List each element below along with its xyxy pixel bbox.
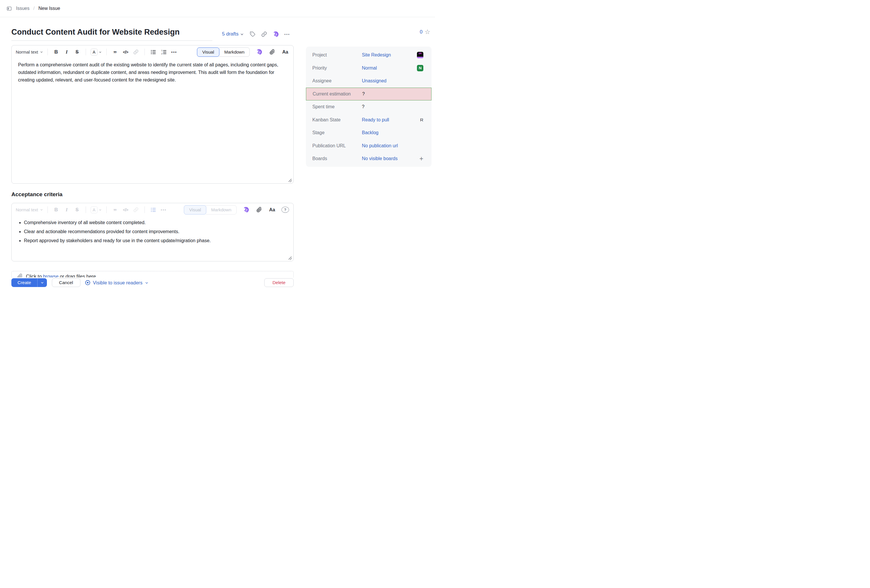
visibility-dropdown[interactable]: Visible to issue readers <box>85 278 149 287</box>
quote-button[interactable]: ” <box>111 207 119 216</box>
markdown-tab[interactable]: Markdown <box>218 48 250 57</box>
field-row-boards[interactable]: Boards No visible boards + <box>306 152 432 165</box>
bold-button[interactable]: B <box>52 205 60 214</box>
field-value[interactable]: Ready to pull <box>362 117 389 123</box>
strikethrough-button[interactable]: S <box>73 48 81 56</box>
bullet-list-button-active[interactable] <box>149 205 157 214</box>
visual-tab[interactable]: Visual <box>197 48 219 57</box>
tag-icon[interactable] <box>249 31 256 37</box>
acceptance-item[interactable]: Clear and actionable recommendations pro… <box>24 227 293 236</box>
field-value[interactable]: ? <box>362 91 365 97</box>
field-value[interactable]: Site Redesign <box>362 52 391 58</box>
toolbar-more-icon[interactable]: ••• <box>170 48 178 56</box>
insert-link-button[interactable] <box>132 205 140 214</box>
resize-handle[interactable] <box>288 256 292 260</box>
text-color-button[interactable]: A <box>91 206 102 213</box>
field-value[interactable]: ? <box>362 104 365 110</box>
delete-button[interactable]: Delete <box>264 278 294 287</box>
field-value[interactable]: Normal <box>362 65 377 71</box>
description-text[interactable]: Perform a comprehensive content audit of… <box>12 58 293 86</box>
field-row-kanban-state[interactable]: Kanban State Ready to pull R <box>306 114 432 127</box>
attachment-icon[interactable] <box>268 48 276 56</box>
sidebar-toggle-icon[interactable] <box>6 5 12 12</box>
toolbar-divider <box>86 206 86 213</box>
field-value[interactable]: Backlog <box>362 130 378 135</box>
toolbar-more-icon[interactable]: ••• <box>160 205 168 214</box>
ai-assistant-icon[interactable] <box>273 31 279 37</box>
breadcrumb-separator: / <box>33 6 34 11</box>
chevron-down-icon <box>240 32 244 36</box>
paragraph-style-select[interactable]: Normal text <box>15 207 44 212</box>
create-options-button[interactable] <box>37 278 47 287</box>
italic-button[interactable]: I <box>63 205 70 214</box>
field-row-stage[interactable]: Stage Backlog <box>306 126 432 140</box>
italic-button[interactable]: I <box>63 48 70 56</box>
link-icon[interactable] <box>261 31 267 37</box>
strikethrough-button[interactable]: S <box>73 205 81 214</box>
numbered-list-button[interactable]: 1 2 <box>160 48 168 56</box>
bold-button[interactable]: B <box>52 48 60 56</box>
field-row-priority[interactable]: Priority Normal N <box>306 62 432 75</box>
field-label: Spent time <box>312 104 362 110</box>
acceptance-editor: Normal text B I S A ” </> <box>11 203 294 261</box>
code-button[interactable]: </> <box>122 205 130 214</box>
text-color-label: A <box>91 49 98 56</box>
chevron-down-icon <box>40 208 43 211</box>
field-value[interactable]: No visible boards <box>362 156 398 161</box>
field-row-current-estimation-highlighted[interactable]: Current estimation ? <box>306 88 432 101</box>
field-label: Boards <box>312 156 362 161</box>
create-button[interactable]: Create <box>11 278 37 287</box>
text-size-button[interactable]: Aa <box>268 205 276 214</box>
field-value[interactable]: Unassigned <box>362 78 387 83</box>
field-label: Project <box>312 52 362 58</box>
more-actions-icon[interactable]: ••• <box>285 32 290 36</box>
code-button[interactable]: </> <box>122 48 130 56</box>
drafts-dropdown[interactable]: 5 drafts <box>222 31 244 37</box>
field-row-spent-time[interactable]: Spent time ? <box>306 100 432 114</box>
quote-button[interactable]: ” <box>111 49 119 58</box>
field-label: Kanban State <box>312 117 362 123</box>
breadcrumb-issues[interactable]: Issues <box>16 6 30 11</box>
project-avatar-initials: SR <box>417 52 423 55</box>
resize-handle[interactable] <box>288 178 292 182</box>
markdown-tab[interactable]: Markdown <box>204 205 237 215</box>
project-avatar: SR <box>417 52 423 58</box>
paragraph-style-select[interactable]: Normal text <box>15 49 44 55</box>
svg-text:2: 2 <box>161 52 162 55</box>
svg-text:1: 1 <box>161 49 162 52</box>
votes-widget: 0 ☆ <box>420 29 431 35</box>
field-value[interactable]: No publication url <box>362 143 398 148</box>
field-row-assignee[interactable]: Assignee Unassigned <box>306 74 432 88</box>
add-board-plus-icon[interactable]: + <box>420 156 423 162</box>
drafts-label: 5 drafts <box>222 31 238 37</box>
project-avatar-accent <box>417 57 423 58</box>
acceptance-item[interactable]: Comprehensive inventory of all website c… <box>24 218 293 227</box>
votes-count: 0 <box>420 29 423 35</box>
visibility-label: Visible to issue readers <box>93 280 143 285</box>
star-icon[interactable]: ☆ <box>425 29 431 35</box>
visibility-eye-icon <box>85 280 91 285</box>
ai-assistant-icon[interactable] <box>255 48 263 56</box>
field-row-project[interactable]: Project Site Redesign SR <box>306 49 432 62</box>
insert-link-button[interactable] <box>132 48 140 56</box>
issue-title-input[interactable]: Conduct Content Audit for Website Redesi… <box>11 28 212 41</box>
acceptance-item[interactable]: Report approved by stakeholders and read… <box>24 236 293 245</box>
toolbar-divider <box>48 206 48 213</box>
chevron-down-icon <box>99 50 102 53</box>
attachment-icon[interactable] <box>255 205 263 214</box>
cancel-button[interactable]: Cancel <box>52 278 80 287</box>
help-icon[interactable]: ? <box>282 207 289 213</box>
acceptance-criteria-heading: Acceptance criteria <box>11 191 63 197</box>
kanban-state-badge: R <box>420 117 423 123</box>
field-row-publication-url[interactable]: Publication URL No publication url <box>306 140 432 153</box>
bullet-list-button[interactable] <box>149 48 157 56</box>
fields-panel: Project Site Redesign SR Priority Normal… <box>306 47 432 167</box>
field-label: Current estimation <box>313 91 362 97</box>
acceptance-list[interactable]: Comprehensive inventory of all website c… <box>12 218 293 245</box>
text-size-button[interactable]: Aa <box>282 48 289 56</box>
ai-assistant-icon[interactable] <box>242 205 250 214</box>
text-color-button[interactable]: A <box>91 49 102 56</box>
top-header: Issues / New Issue <box>0 0 435 17</box>
visual-tab[interactable]: Visual <box>184 205 206 215</box>
editor-mode-switch: Visual Markdown <box>197 48 250 57</box>
